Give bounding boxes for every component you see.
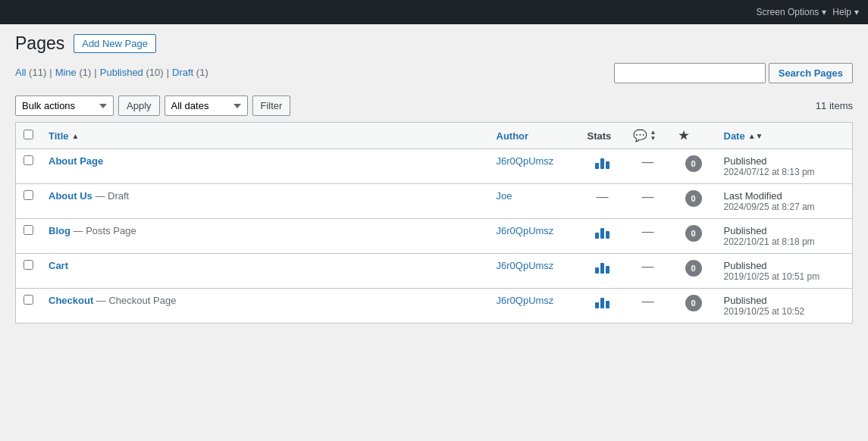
col-header-stats: Stats: [580, 123, 625, 149]
date-value: 2024/07/12 at 8:13 pm: [724, 167, 845, 177]
table-row: Blog — Posts Page J6r0QpUmsz — 0 Publish…: [16, 219, 853, 254]
author-link[interactable]: J6r0QpUmsz: [497, 295, 554, 306]
row-checkbox-cell: [16, 149, 42, 184]
page-title-suffix: — Checkout Page: [96, 295, 177, 306]
filter-button[interactable]: Filter: [252, 95, 291, 116]
row-date-cell: Published 2019/10/25 at 10:52: [716, 289, 853, 324]
date-label: Published: [724, 225, 845, 236]
row-author-cell: Joe: [489, 184, 580, 219]
stats-bars-icon: [595, 295, 609, 308]
author-link[interactable]: J6r0QpUmsz: [497, 225, 554, 236]
date-value: 2024/09/25 at 8:27 am: [724, 202, 845, 212]
col-header-date: Date ▲▼: [716, 123, 853, 149]
row-comments-cell: —: [625, 254, 671, 289]
filter-published-link[interactable]: Published (10): [100, 67, 164, 78]
apply-button[interactable]: Apply: [118, 95, 160, 116]
col-header-title: Title ▲: [41, 123, 489, 149]
row-author-cell: J6r0QpUmsz: [489, 219, 580, 254]
stars-badge: 0: [685, 295, 702, 311]
row-stars-cell: 0: [671, 254, 716, 289]
table-row: About Page J6r0QpUmsz — 0 Published 2024…: [16, 149, 853, 184]
mine-label: Mine: [55, 67, 77, 78]
content-area: Pages Add New Page All (11) | Mine (1) |…: [0, 24, 868, 441]
help-label: Help: [832, 7, 851, 17]
col-header-checkbox: [16, 123, 42, 149]
row-stars-cell: 0: [671, 149, 716, 184]
row-checkbox[interactable]: [24, 225, 33, 235]
table-row: Checkout — Checkout Page J6r0QpUmsz — 0 …: [16, 289, 853, 324]
row-title-cell: Cart: [41, 254, 489, 289]
draft-label: Draft: [172, 67, 193, 78]
row-title-cell: Checkout — Checkout Page: [41, 289, 489, 324]
filter-draft-link[interactable]: Draft (1): [172, 67, 208, 78]
author-link[interactable]: J6r0QpUmsz: [497, 260, 554, 271]
bulk-actions-select[interactable]: Bulk actions: [15, 95, 114, 116]
search-pages-button[interactable]: Search Pages: [769, 63, 853, 83]
title-sort-link[interactable]: Title ▲: [49, 130, 481, 142]
screen-options-chevron-icon: ▾: [822, 7, 826, 17]
row-checkbox[interactable]: [24, 190, 33, 200]
items-count: 11 items: [816, 100, 853, 111]
top-bar: Screen Options ▾ Help ▾: [0, 0, 868, 24]
select-all-checkbox[interactable]: [24, 130, 33, 139]
search-bar: Search Pages: [614, 63, 853, 83]
page-title: Pages: [15, 33, 64, 54]
filter-all-link[interactable]: All (11): [15, 67, 46, 78]
row-stars-cell: 0: [671, 289, 716, 324]
row-title-cell: About Us — Draft: [41, 184, 489, 219]
table-row: Cart J6r0QpUmsz — 0 Published 2019/10/25…: [16, 254, 853, 289]
author-link[interactable]: Joe: [497, 190, 512, 202]
author-link[interactable]: J6r0QpUmsz: [497, 155, 554, 167]
row-stars-cell: 0: [671, 219, 716, 254]
row-author-cell: J6r0QpUmsz: [489, 254, 580, 289]
row-stats-cell: [580, 254, 625, 289]
search-input[interactable]: [614, 63, 766, 83]
date-sort-link[interactable]: Date ▲▼: [724, 130, 845, 142]
row-checkbox[interactable]: [24, 155, 33, 165]
table-body: About Page J6r0QpUmsz — 0 Published 2024…: [16, 149, 853, 324]
row-comments-cell: —: [625, 149, 671, 184]
page-title-link[interactable]: Checkout: [49, 295, 93, 306]
row-stars-cell: 0: [671, 184, 716, 219]
date-value: 2019/10/25 at 10:52: [724, 306, 845, 317]
add-new-page-button[interactable]: Add New Page: [74, 34, 156, 53]
row-stats-cell: [580, 149, 625, 184]
screen-options-button[interactable]: Screen Options ▾: [757, 7, 827, 17]
date-label: Last Modified: [724, 190, 845, 202]
table-row: About Us — Draft Joe — — 0 Last Modified…: [16, 184, 853, 219]
dates-select[interactable]: All dates: [165, 95, 248, 116]
col-header-comments: 💬 ▲ ▼: [625, 123, 671, 149]
tablenav: Bulk actions Apply All dates Filter 11 i…: [15, 95, 853, 116]
page-title-link[interactable]: About Us: [49, 190, 92, 202]
row-stats-cell: —: [580, 184, 625, 219]
page-title-suffix: — Draft: [95, 190, 129, 202]
date-label: Published: [724, 155, 845, 167]
row-checkbox[interactable]: [24, 295, 33, 305]
row-checkbox-cell: [16, 254, 42, 289]
col-header-author: Author: [489, 123, 580, 149]
stars-badge: 0: [685, 155, 702, 172]
stats-bars-icon: [595, 155, 609, 169]
stars-badge: 0: [685, 225, 702, 242]
date-label: Published: [724, 260, 845, 271]
row-checkbox[interactable]: [24, 260, 33, 270]
row-comments-cell: —: [625, 289, 671, 324]
page-title-link[interactable]: About Page: [49, 155, 103, 167]
filter-links: All (11) | Mine (1) | Published (10) | D…: [15, 67, 208, 78]
pages-table: Title ▲ Author Stats 💬 ▲ ▼: [15, 122, 853, 324]
row-comments-cell: —: [625, 184, 671, 219]
stars-badge: 0: [685, 260, 702, 277]
row-stats-cell: [580, 219, 625, 254]
page-title-link[interactable]: Blog: [49, 225, 71, 236]
row-date-cell: Published 2022/10/21 at 8:18 pm: [716, 219, 853, 254]
row-title-cell: About Page: [41, 149, 489, 184]
page-title-link[interactable]: Cart: [49, 260, 68, 271]
published-label: Published: [100, 67, 143, 78]
row-checkbox-cell: [16, 289, 42, 324]
date-value: 2022/10/21 at 8:18 pm: [724, 236, 845, 247]
filter-mine-link[interactable]: Mine (1): [55, 67, 92, 78]
row-date-cell: Last Modified 2024/09/25 at 8:27 am: [716, 184, 853, 219]
date-value: 2019/10/25 at 10:51 pm: [724, 271, 845, 282]
help-button[interactable]: Help ▾: [832, 7, 859, 17]
all-label: All: [15, 67, 26, 78]
